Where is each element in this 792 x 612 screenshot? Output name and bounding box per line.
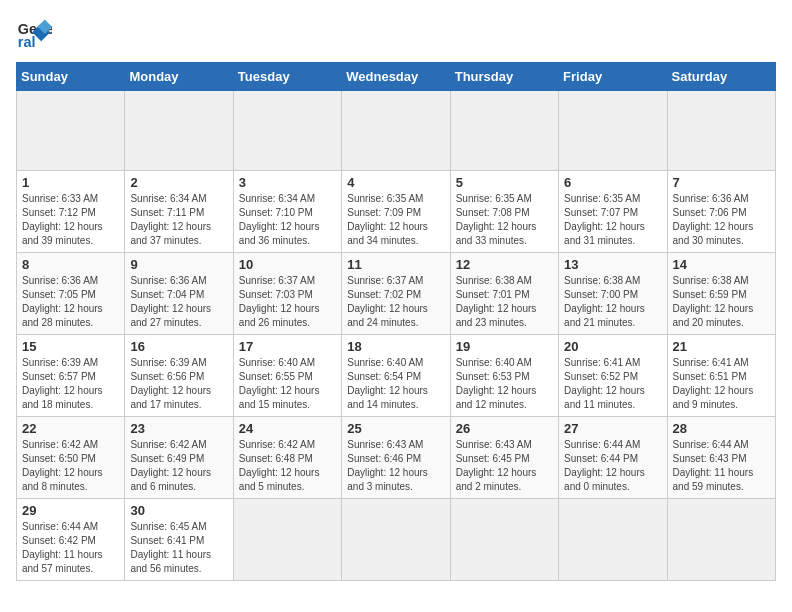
day-info: Sunrise: 6:34 AM Sunset: 7:11 PM Dayligh… (130, 192, 227, 248)
day-info: Sunrise: 6:44 AM Sunset: 6:44 PM Dayligh… (564, 438, 661, 494)
calendar-cell: 21Sunrise: 6:41 AM Sunset: 6:51 PM Dayli… (667, 335, 775, 417)
day-info: Sunrise: 6:37 AM Sunset: 7:02 PM Dayligh… (347, 274, 444, 330)
calendar-cell: 2Sunrise: 6:34 AM Sunset: 7:11 PM Daylig… (125, 171, 233, 253)
day-info: Sunrise: 6:33 AM Sunset: 7:12 PM Dayligh… (22, 192, 119, 248)
day-number: 19 (456, 339, 553, 354)
calendar-cell: 8Sunrise: 6:36 AM Sunset: 7:05 PM Daylig… (17, 253, 125, 335)
day-info: Sunrise: 6:42 AM Sunset: 6:50 PM Dayligh… (22, 438, 119, 494)
day-number: 25 (347, 421, 444, 436)
day-info: Sunrise: 6:44 AM Sunset: 6:42 PM Dayligh… (22, 520, 119, 576)
header: Gene ral (16, 16, 776, 52)
week-row-3: 15Sunrise: 6:39 AM Sunset: 6:57 PM Dayli… (17, 335, 776, 417)
day-info: Sunrise: 6:42 AM Sunset: 6:48 PM Dayligh… (239, 438, 336, 494)
day-number: 4 (347, 175, 444, 190)
col-header-monday: Monday (125, 63, 233, 91)
day-info: Sunrise: 6:34 AM Sunset: 7:10 PM Dayligh… (239, 192, 336, 248)
day-info: Sunrise: 6:35 AM Sunset: 7:08 PM Dayligh… (456, 192, 553, 248)
calendar-cell: 28Sunrise: 6:44 AM Sunset: 6:43 PM Dayli… (667, 417, 775, 499)
day-info: Sunrise: 6:43 AM Sunset: 6:45 PM Dayligh… (456, 438, 553, 494)
day-info: Sunrise: 6:40 AM Sunset: 6:53 PM Dayligh… (456, 356, 553, 412)
week-row-0 (17, 91, 776, 171)
calendar-cell (559, 499, 667, 581)
week-row-4: 22Sunrise: 6:42 AM Sunset: 6:50 PM Dayli… (17, 417, 776, 499)
day-info: Sunrise: 6:41 AM Sunset: 6:52 PM Dayligh… (564, 356, 661, 412)
calendar-cell: 26Sunrise: 6:43 AM Sunset: 6:45 PM Dayli… (450, 417, 558, 499)
day-number: 30 (130, 503, 227, 518)
calendar-cell: 9Sunrise: 6:36 AM Sunset: 7:04 PM Daylig… (125, 253, 233, 335)
calendar-cell: 5Sunrise: 6:35 AM Sunset: 7:08 PM Daylig… (450, 171, 558, 253)
calendar-cell (125, 91, 233, 171)
calendar-cell: 22Sunrise: 6:42 AM Sunset: 6:50 PM Dayli… (17, 417, 125, 499)
col-header-thursday: Thursday (450, 63, 558, 91)
header-row: SundayMondayTuesdayWednesdayThursdayFrid… (17, 63, 776, 91)
calendar-cell: 3Sunrise: 6:34 AM Sunset: 7:10 PM Daylig… (233, 171, 341, 253)
day-number: 18 (347, 339, 444, 354)
day-number: 5 (456, 175, 553, 190)
logo: Gene ral (16, 16, 58, 52)
calendar-cell: 6Sunrise: 6:35 AM Sunset: 7:07 PM Daylig… (559, 171, 667, 253)
day-number: 21 (673, 339, 770, 354)
day-info: Sunrise: 6:36 AM Sunset: 7:05 PM Dayligh… (22, 274, 119, 330)
calendar-cell: 23Sunrise: 6:42 AM Sunset: 6:49 PM Dayli… (125, 417, 233, 499)
calendar-cell: 1Sunrise: 6:33 AM Sunset: 7:12 PM Daylig… (17, 171, 125, 253)
calendar-cell (450, 91, 558, 171)
calendar-cell (233, 499, 341, 581)
week-row-5: 29Sunrise: 6:44 AM Sunset: 6:42 PM Dayli… (17, 499, 776, 581)
day-info: Sunrise: 6:36 AM Sunset: 7:06 PM Dayligh… (673, 192, 770, 248)
day-info: Sunrise: 6:40 AM Sunset: 6:55 PM Dayligh… (239, 356, 336, 412)
calendar-cell (667, 499, 775, 581)
calendar-cell: 17Sunrise: 6:40 AM Sunset: 6:55 PM Dayli… (233, 335, 341, 417)
calendar-cell: 4Sunrise: 6:35 AM Sunset: 7:09 PM Daylig… (342, 171, 450, 253)
calendar-cell: 29Sunrise: 6:44 AM Sunset: 6:42 PM Dayli… (17, 499, 125, 581)
calendar-cell (233, 91, 341, 171)
day-number: 17 (239, 339, 336, 354)
day-info: Sunrise: 6:39 AM Sunset: 6:56 PM Dayligh… (130, 356, 227, 412)
day-number: 8 (22, 257, 119, 272)
calendar-cell (667, 91, 775, 171)
day-number: 24 (239, 421, 336, 436)
col-header-wednesday: Wednesday (342, 63, 450, 91)
calendar-cell: 13Sunrise: 6:38 AM Sunset: 7:00 PM Dayli… (559, 253, 667, 335)
day-info: Sunrise: 6:38 AM Sunset: 7:00 PM Dayligh… (564, 274, 661, 330)
day-number: 6 (564, 175, 661, 190)
col-header-sunday: Sunday (17, 63, 125, 91)
day-info: Sunrise: 6:44 AM Sunset: 6:43 PM Dayligh… (673, 438, 770, 494)
day-number: 23 (130, 421, 227, 436)
day-info: Sunrise: 6:39 AM Sunset: 6:57 PM Dayligh… (22, 356, 119, 412)
day-number: 15 (22, 339, 119, 354)
day-number: 11 (347, 257, 444, 272)
day-number: 16 (130, 339, 227, 354)
day-number: 27 (564, 421, 661, 436)
day-number: 14 (673, 257, 770, 272)
calendar-cell (342, 91, 450, 171)
day-number: 1 (22, 175, 119, 190)
col-header-friday: Friday (559, 63, 667, 91)
calendar-cell: 20Sunrise: 6:41 AM Sunset: 6:52 PM Dayli… (559, 335, 667, 417)
calendar-cell: 18Sunrise: 6:40 AM Sunset: 6:54 PM Dayli… (342, 335, 450, 417)
calendar-cell: 14Sunrise: 6:38 AM Sunset: 6:59 PM Dayli… (667, 253, 775, 335)
logo-icon: Gene ral (16, 16, 52, 52)
calendar-cell: 30Sunrise: 6:45 AM Sunset: 6:41 PM Dayli… (125, 499, 233, 581)
day-number: 29 (22, 503, 119, 518)
calendar-cell: 25Sunrise: 6:43 AM Sunset: 6:46 PM Dayli… (342, 417, 450, 499)
svg-text:ral: ral (18, 34, 36, 50)
calendar-cell (342, 499, 450, 581)
day-number: 13 (564, 257, 661, 272)
calendar-cell: 27Sunrise: 6:44 AM Sunset: 6:44 PM Dayli… (559, 417, 667, 499)
day-number: 9 (130, 257, 227, 272)
calendar-cell: 11Sunrise: 6:37 AM Sunset: 7:02 PM Dayli… (342, 253, 450, 335)
week-row-1: 1Sunrise: 6:33 AM Sunset: 7:12 PM Daylig… (17, 171, 776, 253)
day-info: Sunrise: 6:45 AM Sunset: 6:41 PM Dayligh… (130, 520, 227, 576)
day-number: 26 (456, 421, 553, 436)
day-info: Sunrise: 6:35 AM Sunset: 7:09 PM Dayligh… (347, 192, 444, 248)
day-number: 28 (673, 421, 770, 436)
calendar-cell: 10Sunrise: 6:37 AM Sunset: 7:03 PM Dayli… (233, 253, 341, 335)
day-info: Sunrise: 6:43 AM Sunset: 6:46 PM Dayligh… (347, 438, 444, 494)
day-info: Sunrise: 6:35 AM Sunset: 7:07 PM Dayligh… (564, 192, 661, 248)
calendar-cell: 19Sunrise: 6:40 AM Sunset: 6:53 PM Dayli… (450, 335, 558, 417)
calendar-cell (559, 91, 667, 171)
calendar-cell: 12Sunrise: 6:38 AM Sunset: 7:01 PM Dayli… (450, 253, 558, 335)
day-number: 22 (22, 421, 119, 436)
calendar-cell (17, 91, 125, 171)
day-number: 7 (673, 175, 770, 190)
